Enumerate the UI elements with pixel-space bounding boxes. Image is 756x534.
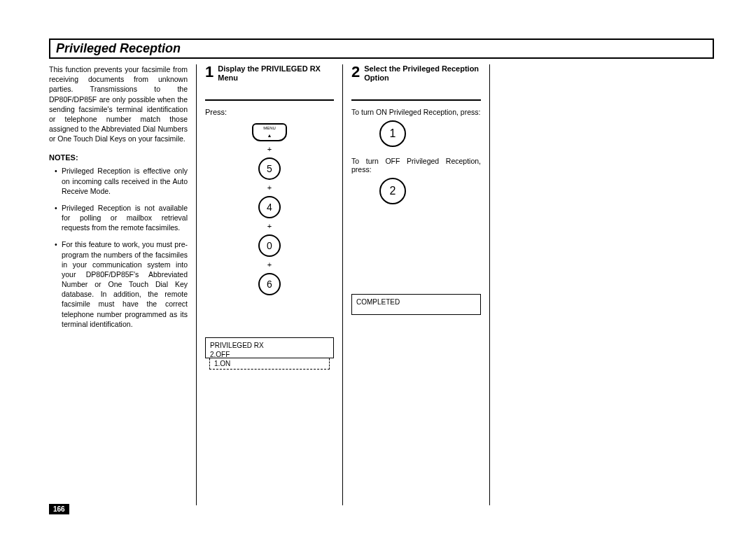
columns-container: This function prevents your facsimile fr… <box>49 64 714 505</box>
key-5-icon: 5 <box>258 157 281 180</box>
step1-column: 1 Display the PRIVILEGED RX Menu Press: … <box>196 64 343 505</box>
note-item: Privileged Reception is not available fo… <box>62 203 188 233</box>
lcd-line1: PRIVILEGED RX <box>210 341 329 350</box>
manual-page: Privileged Reception This function preve… <box>0 0 756 534</box>
key-2-icon: 2 <box>379 178 406 204</box>
step2-title: Select the Privileged Reception Option <box>364 64 481 83</box>
intro-text: This function prevents your facsimile fr… <box>49 64 188 143</box>
section-title-box: Privileged Reception <box>49 38 714 59</box>
notes-list: Privileged Reception is effective only o… <box>49 166 188 329</box>
step2-number: 2 <box>351 64 360 80</box>
step1-number: 1 <box>205 64 214 80</box>
lcd-display: PRIVILEGED RX 2.OFF <box>205 337 334 358</box>
menu-button-icon: MENU <box>252 123 287 141</box>
plus-icon: + <box>267 223 272 230</box>
key-sequence: MENU + 5 + 4 + 0 + 6 <box>205 123 334 295</box>
lcd-sub-option: 1.ON <box>209 358 330 370</box>
on-instruction: To turn ON Privileged Reception, press: <box>351 108 481 116</box>
page-number: 166 <box>49 504 69 514</box>
key-4-icon: 4 <box>258 196 281 218</box>
lcd-line1: COMPLETED <box>356 297 476 307</box>
step1-title: Display the PRIVILEGED RX Menu <box>218 64 334 83</box>
plus-icon: + <box>267 184 272 192</box>
note-item: For this feature to work, you must pre-p… <box>62 239 188 329</box>
key-6-icon: 6 <box>258 273 281 295</box>
notes-heading: NOTES: <box>49 153 188 162</box>
plus-icon: + <box>267 261 272 269</box>
section-title: Privileged Reception <box>56 41 707 56</box>
step1-header: 1 Display the PRIVILEGED RX Menu <box>205 64 334 101</box>
key-0-icon: 0 <box>258 234 281 257</box>
lcd-display-wrap: COMPLETED <box>351 294 481 315</box>
step2-column: 2 Select the Privileged Reception Option… <box>343 64 490 505</box>
plus-icon: + <box>267 146 272 153</box>
left-column: This function prevents your facsimile fr… <box>49 64 196 505</box>
note-item: Privileged Reception is effective only o… <box>62 166 188 196</box>
lcd-display: COMPLETED <box>351 294 481 315</box>
lcd-display-wrap: PRIVILEGED RX 2.OFF 1.ON <box>205 337 334 370</box>
off-instruction: To turn OFF Privileged Reception, press: <box>351 157 481 174</box>
key-1-icon: 1 <box>379 120 406 147</box>
press-label: Press: <box>205 108 334 116</box>
step2-header: 2 Select the Privileged Reception Option <box>351 64 481 101</box>
